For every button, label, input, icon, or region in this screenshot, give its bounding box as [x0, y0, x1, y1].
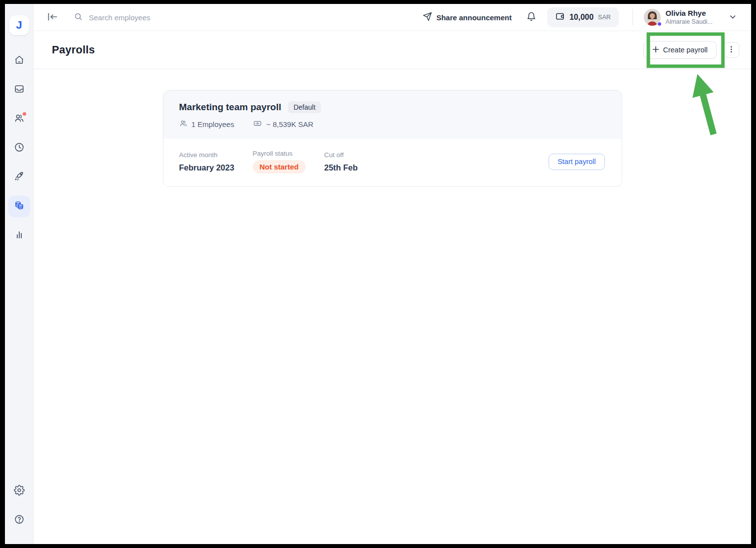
estimated-amount-label: ~ 8,539K SAR — [266, 120, 313, 128]
sidebar-bottom — [8, 480, 30, 531]
bell-icon — [526, 11, 536, 23]
help-icon — [14, 514, 25, 527]
page-header: Payrolls Create payroll — [34, 31, 751, 69]
sidebar-item-rocket[interactable] — [8, 167, 30, 188]
bar-chart-icon — [14, 229, 25, 242]
user-menu-chevron-button[interactable] — [726, 10, 739, 25]
avatar — [644, 9, 661, 26]
search-bar — [74, 12, 237, 23]
active-month-label: Active month — [179, 151, 253, 159]
home-icon — [14, 54, 25, 67]
clock-icon — [14, 142, 25, 155]
page-header-actions: Create payroll — [643, 41, 739, 59]
app-window: J — [5, 4, 751, 544]
user-company: Almaraie Saudi... — [666, 18, 713, 26]
gear-icon — [14, 485, 25, 498]
payroll-status-field: Payroll status Not started — [253, 150, 324, 173]
payroll-card-body: Active month February 2023 Payroll statu… — [163, 139, 622, 186]
payroll-card: Marketing team payroll Default — [163, 90, 622, 187]
sidebar-item-help[interactable] — [8, 509, 30, 531]
chevron-down-icon — [728, 12, 737, 23]
payroll-card-header: Marketing team payroll Default — [163, 90, 622, 139]
main-column: Share announcement — [34, 4, 751, 544]
app-logo-letter: J — [16, 20, 22, 31]
search-icon — [74, 12, 83, 23]
rocket-icon — [14, 171, 25, 184]
payroll-status-label: Payroll status — [253, 150, 324, 157]
employees-count: 1 Employees — [179, 119, 235, 129]
share-announcement-button[interactable]: Share announcement — [423, 12, 512, 23]
cut-off-field: Cut off 25th Feb — [324, 151, 403, 172]
content-area: Marketing team payroll Default — [34, 69, 751, 544]
send-icon — [423, 12, 432, 23]
wallet-balance[interactable]: 10,000 SAR — [547, 7, 619, 27]
cut-off-value: 25th Feb — [324, 163, 403, 172]
payroll-card-title: Marketing team payroll — [179, 102, 281, 113]
presence-dot — [657, 22, 662, 26]
wallet-icon — [555, 11, 565, 23]
sidebar-item-inbox[interactable] — [8, 79, 30, 101]
banknote-icon — [253, 119, 262, 129]
status-badge: Not started — [253, 160, 306, 173]
inbox-icon — [14, 84, 25, 96]
active-month-field: Active month February 2023 — [179, 151, 253, 172]
collapse-sidebar-button[interactable] — [44, 9, 61, 26]
sidebar-item-settings[interactable] — [8, 480, 30, 502]
share-announcement-label: Share announcement — [437, 13, 512, 22]
topbar-right: Share announcement — [423, 7, 739, 27]
collapse-sidebar-icon — [46, 11, 59, 24]
app-logo[interactable]: J — [9, 15, 29, 35]
cut-off-label: Cut off — [324, 151, 403, 159]
people-icon — [179, 119, 188, 129]
screenshot-frame: J — [0, 0, 756, 548]
notification-dot — [23, 112, 26, 116]
sidebar-nav — [8, 50, 30, 247]
topbar: Share announcement — [34, 4, 751, 31]
wallet-currency: SAR — [598, 14, 611, 21]
user-menu[interactable]: Olivia Rhye Almaraie Saudi... — [644, 9, 739, 26]
plus-icon — [652, 46, 659, 54]
estimated-amount: ~ 8,539K SAR — [253, 119, 313, 129]
sidebar: J — [5, 4, 34, 544]
sidebar-item-time[interactable] — [8, 137, 30, 159]
create-payroll-label: Create payroll — [663, 46, 708, 54]
kebab-menu-icon — [727, 45, 735, 55]
sidebar-item-home[interactable] — [8, 50, 30, 72]
page-title: Payrolls — [52, 43, 95, 56]
start-payroll-button[interactable]: Start payroll — [549, 154, 604, 170]
active-month-value: February 2023 — [179, 163, 253, 172]
notifications-button[interactable] — [524, 9, 538, 25]
payrolls-more-options-button[interactable] — [723, 42, 739, 58]
sidebar-item-payroll[interactable] — [8, 196, 30, 217]
coins-icon — [14, 200, 25, 213]
user-info: Olivia Rhye Almaraie Saudi... — [666, 9, 713, 26]
wallet-amount: 10,000 — [569, 13, 594, 22]
topbar-divider — [633, 9, 633, 26]
sidebar-item-reports[interactable] — [8, 225, 30, 247]
employees-count-label: 1 Employees — [192, 120, 235, 128]
search-input[interactable] — [89, 13, 237, 22]
sidebar-item-employees[interactable] — [8, 108, 30, 130]
user-name: Olivia Rhye — [666, 9, 713, 18]
create-payroll-button[interactable]: Create payroll — [643, 41, 716, 59]
default-badge: Default — [288, 101, 320, 113]
